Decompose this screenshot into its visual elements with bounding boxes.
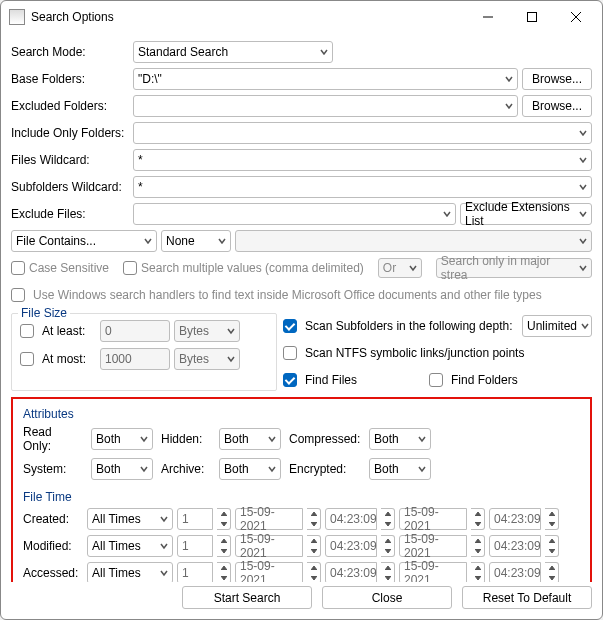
- exclude-extensions-combo[interactable]: Exclude Extensions List: [460, 203, 592, 225]
- maximize-button[interactable]: [510, 3, 554, 31]
- spinner[interactable]: [545, 562, 559, 582]
- exclude-files-combo[interactable]: [133, 203, 456, 225]
- include-only-combo[interactable]: [133, 122, 592, 144]
- at-most-input[interactable]: 1000: [100, 348, 170, 370]
- compressed-combo[interactable]: Both: [369, 428, 431, 450]
- spinner[interactable]: [471, 535, 485, 557]
- at-most-unit-combo[interactable]: Bytes: [174, 348, 240, 370]
- svg-marker-30: [475, 566, 481, 570]
- close-button[interactable]: [554, 3, 598, 31]
- scan-subfolders-checkbox[interactable]: [283, 319, 297, 333]
- at-most-label: At most:: [42, 352, 96, 366]
- hidden-label: Hidden:: [161, 432, 211, 446]
- spinner[interactable]: [545, 508, 559, 530]
- spinner[interactable]: [217, 535, 231, 557]
- search-options-window: Search Options Search Mode: Standard Sea…: [0, 0, 603, 620]
- accessed-time1-input[interactable]: 04:23:09: [325, 562, 377, 582]
- spinner[interactable]: [307, 562, 321, 582]
- spinner[interactable]: [471, 508, 485, 530]
- base-folders-label: Base Folders:: [11, 72, 129, 86]
- accessed-date1-input[interactable]: 15-09-2021: [235, 562, 303, 582]
- scan-depth-combo[interactable]: Unlimited: [522, 315, 592, 337]
- svg-marker-25: [221, 576, 227, 580]
- at-most-checkbox[interactable]: [20, 352, 34, 366]
- use-windows-handlers-checkbox[interactable]: [11, 288, 25, 302]
- svg-marker-27: [311, 576, 317, 580]
- search-major-combo[interactable]: Search only in major strea: [436, 258, 592, 278]
- created-date1-input[interactable]: 15-09-2021: [235, 508, 303, 530]
- browse-base-button[interactable]: Browse...: [522, 68, 592, 90]
- file-contains-mode-value: None: [166, 234, 195, 248]
- spinner[interactable]: [217, 562, 231, 582]
- search-multiple-label: Search multiple values (comma delimited): [141, 261, 364, 275]
- find-folders-checkbox[interactable]: [429, 373, 443, 387]
- excluded-folders-combo[interactable]: [133, 95, 518, 117]
- read-only-combo[interactable]: Both: [91, 428, 153, 450]
- spinner[interactable]: [545, 535, 559, 557]
- chevron-down-icon: [505, 99, 513, 113]
- at-least-checkbox[interactable]: [20, 324, 34, 338]
- created-date2-input[interactable]: 15-09-2021: [399, 508, 467, 530]
- svg-marker-16: [311, 539, 317, 543]
- modified-date2-input[interactable]: 15-09-2021: [399, 535, 467, 557]
- spinner[interactable]: [381, 508, 395, 530]
- accessed-time2-input[interactable]: 04:23:09: [489, 562, 541, 582]
- created-time2-input[interactable]: 04:23:09: [489, 508, 541, 530]
- spinner[interactable]: [381, 535, 395, 557]
- accessed-count-input[interactable]: 1: [177, 562, 213, 582]
- hidden-combo[interactable]: Both: [219, 428, 281, 450]
- svg-marker-17: [311, 549, 317, 553]
- base-folders-combo[interactable]: "D:\": [133, 68, 518, 90]
- file-size-group: File Size At least: 0 Bytes At most: 100…: [11, 313, 277, 391]
- file-time-group: File Time Created: All Times 1 15-09-202…: [19, 488, 584, 582]
- at-least-input[interactable]: 0: [100, 320, 170, 342]
- system-combo[interactable]: Both: [91, 458, 153, 480]
- created-mode-combo[interactable]: All Times: [87, 508, 173, 530]
- find-files-checkbox[interactable]: [283, 373, 297, 387]
- browse-excluded-button[interactable]: Browse...: [522, 95, 592, 117]
- spinner[interactable]: [307, 508, 321, 530]
- spinner[interactable]: [381, 562, 395, 582]
- svg-marker-24: [221, 566, 227, 570]
- spinner[interactable]: [307, 535, 321, 557]
- encrypted-combo[interactable]: Both: [369, 458, 431, 480]
- subfolders-wildcard-combo[interactable]: *: [133, 176, 592, 198]
- files-wildcard-combo[interactable]: *: [133, 149, 592, 171]
- chevron-down-icon: [579, 207, 587, 221]
- accessed-date2-input[interactable]: 15-09-2021: [399, 562, 467, 582]
- scan-ntfs-checkbox[interactable]: [283, 346, 297, 360]
- modified-date1-input[interactable]: 15-09-2021: [235, 535, 303, 557]
- modified-count-input[interactable]: 1: [177, 535, 213, 557]
- modified-mode-combo[interactable]: All Times: [87, 535, 173, 557]
- accessed-mode-combo[interactable]: All Times: [87, 562, 173, 582]
- search-multiple-checkbox[interactable]: [123, 261, 137, 275]
- close-dialog-button[interactable]: Close: [322, 586, 452, 609]
- svg-marker-19: [385, 549, 391, 553]
- chevron-down-icon: [160, 566, 168, 580]
- modified-time2-input[interactable]: 04:23:09: [489, 535, 541, 557]
- created-time1-input[interactable]: 04:23:09: [325, 508, 377, 530]
- chevron-down-icon: [579, 261, 587, 275]
- svg-marker-7: [311, 522, 317, 526]
- spinner[interactable]: [471, 562, 485, 582]
- at-least-unit-combo[interactable]: Bytes: [174, 320, 240, 342]
- start-search-button[interactable]: Start Search: [182, 586, 312, 609]
- titlebar: Search Options: [1, 1, 602, 33]
- search-mode-combo[interactable]: Standard Search: [133, 41, 333, 63]
- created-count-input[interactable]: 1: [177, 508, 213, 530]
- modified-time1-input[interactable]: 04:23:09: [325, 535, 377, 557]
- file-contains-combo[interactable]: File Contains...: [11, 230, 157, 252]
- minimize-button[interactable]: [466, 3, 510, 31]
- case-sensitive-checkbox[interactable]: [11, 261, 25, 275]
- created-label: Created:: [23, 512, 83, 526]
- reset-default-button[interactable]: Reset To Default: [462, 586, 592, 609]
- chevron-down-icon: [443, 207, 451, 221]
- or-combo[interactable]: Or: [378, 258, 422, 278]
- chevron-down-icon: [160, 539, 168, 553]
- scan-ntfs-label: Scan NTFS symbolic links/junction points: [305, 346, 524, 360]
- scan-subfolders-label: Scan Subfolders in the following depth:: [305, 319, 512, 333]
- spinner[interactable]: [217, 508, 231, 530]
- file-contains-input[interactable]: [235, 230, 592, 252]
- file-contains-mode-combo[interactable]: None: [161, 230, 231, 252]
- archive-combo[interactable]: Both: [219, 458, 281, 480]
